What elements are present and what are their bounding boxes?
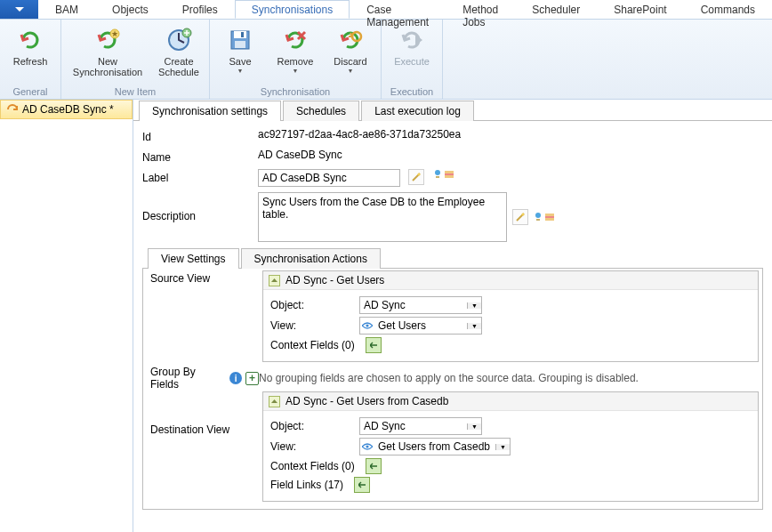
eye-icon — [360, 443, 374, 450]
tab-synchronisation-settings[interactable]: Synchronisation settings — [139, 101, 281, 121]
tab-last-execution-log[interactable]: Last execution log — [361, 101, 474, 121]
info-icon[interactable]: i — [229, 372, 242, 384]
ribbon-group-label: General — [4, 86, 57, 98]
bulb-icon — [534, 212, 543, 222]
group-by-label: Group By Fields — [150, 366, 226, 391]
id-label: Id — [142, 128, 258, 143]
source-view-block: AD Sync - Get Users Object: AD Sync ▼ Vi… — [262, 270, 759, 362]
description-label: Description — [142, 192, 258, 222]
tree-item-ad-casedb-sync[interactable]: AD CaseDB Sync * — [0, 100, 133, 119]
save-button[interactable]: Save▼ — [213, 21, 267, 86]
ribbon-group-synchronisation: Save▼Remove▼Discard▼Synchronisation — [210, 20, 382, 99]
clock-icon — [165, 26, 193, 54]
menu-tab-profiles[interactable]: Profiles — [165, 0, 235, 19]
wand-icon — [412, 173, 421, 181]
name-label: Name — [142, 149, 258, 164]
menu-tab-scheduler[interactable]: Scheduler — [515, 0, 597, 19]
label-translate-button[interactable] — [433, 169, 454, 180]
svg-rect-13 — [536, 219, 540, 221]
view-settings-panel: Source View AD Sync - Get Users Object: — [142, 269, 763, 510]
ribbon: RefreshGeneral★NewSynchronisationCreateS… — [0, 20, 772, 100]
details-tabstrip: Synchronisation settingsSchedulesLast ex… — [133, 100, 772, 121]
id-value: ac927197-d2aa-4ac8-ae86-371da73250ea — [258, 128, 461, 141]
description-translate-button[interactable] — [534, 212, 554, 222]
new-synchronisation-button[interactable]: ★NewSynchronisation — [65, 21, 150, 86]
tree-panel: AD CaseDB Sync * — [0, 100, 133, 532]
chevron-down-icon: ▼ — [467, 302, 481, 309]
expand-icon — [358, 481, 366, 488]
execute-icon — [398, 26, 426, 54]
ribbon-group-label: Execution — [385, 86, 438, 98]
remove-button[interactable]: Remove▼ — [269, 21, 322, 86]
workspace: AD CaseDB Sync * Synchronisation setting… — [0, 100, 772, 532]
field-links-button[interactable] — [354, 477, 370, 493]
menu-tab-commands[interactable]: Commands — [684, 0, 772, 19]
ribbon-group-execution: ExecuteExecution — [382, 20, 443, 99]
field-links-label: Field Links (17) — [270, 479, 343, 491]
destination-object-combo[interactable]: AD Sync ▼ — [359, 417, 482, 435]
context-fields-button[interactable] — [366, 458, 382, 474]
refresh-icon — [16, 26, 44, 54]
svg-point-12 — [522, 214, 525, 216]
flag-icon — [445, 171, 454, 178]
source-view-combo[interactable]: Get Users ▼ — [359, 317, 482, 335]
object-label: Object: — [270, 299, 359, 311]
wand-icon — [516, 213, 525, 222]
svg-rect-15 — [545, 216, 554, 218]
app-menu-button[interactable] — [0, 0, 38, 19]
save-icon — [226, 26, 254, 54]
group-by-text: No grouping fields are chosen to apply o… — [259, 372, 639, 384]
create-schedule-button[interactable]: CreateSchedule — [152, 21, 205, 86]
menu-tab-objects[interactable]: Objects — [95, 0, 165, 19]
context-fields-button[interactable] — [366, 337, 382, 353]
chevron-up-icon — [271, 399, 277, 403]
ribbon-group-new-item: ★NewSynchronisationCreateScheduleNew Ite… — [61, 20, 210, 99]
add-group-field-button[interactable]: + — [245, 372, 259, 385]
description-input[interactable] — [258, 192, 507, 242]
menu-tab-bam[interactable]: BAM — [38, 0, 95, 19]
discard-icon — [336, 26, 365, 54]
chevron-down-icon: ▼ — [467, 323, 481, 329]
view-label: View: — [270, 319, 359, 332]
destination-view-label: Destination View — [147, 393, 259, 436]
menu-tab-synchronisations[interactable]: Synchronisations — [235, 0, 350, 19]
label-input[interactable] — [258, 169, 400, 187]
svg-rect-11 — [445, 173, 454, 175]
svg-point-17 — [366, 445, 368, 447]
collapse-toggle[interactable] — [269, 275, 280, 286]
ribbon-group-label: Synchronisation — [213, 86, 377, 98]
view-settings-tabstrip: View SettingsSynchronisation Actions — [142, 247, 763, 269]
execute-button: Execute — [385, 21, 438, 86]
discard-button[interactable]: Discard▼ — [324, 21, 377, 86]
subtab-synchronisation-actions[interactable]: Synchronisation Actions — [241, 248, 381, 269]
flag-icon — [545, 214, 554, 221]
context-fields-label: Context Fields (0) — [270, 339, 355, 351]
label-edit-button[interactable] — [408, 169, 424, 185]
destination-view-combo[interactable]: Get Users from Casedb ▼ — [359, 438, 511, 455]
view-label: View: — [270, 440, 359, 453]
svg-point-16 — [366, 324, 368, 326]
source-view-label: Source View — [147, 272, 259, 285]
collapse-toggle[interactable] — [269, 396, 280, 407]
description-edit-button[interactable] — [512, 209, 528, 225]
menu-tab-method-jobs[interactable]: Method Jobs — [446, 0, 515, 19]
content-area: Synchronisation settingsSchedulesLast ex… — [133, 100, 772, 532]
chevron-down-icon: ▼ — [467, 423, 481, 430]
source-object-combo[interactable]: AD Sync ▼ — [359, 296, 482, 314]
new-sync-icon: ★ — [93, 26, 122, 54]
menu-tab-sharepoint[interactable]: SharePoint — [597, 0, 683, 19]
context-fields-label: Context Fields (0) — [270, 460, 355, 472]
remove-icon — [281, 26, 310, 54]
refresh-button[interactable]: Refresh — [4, 21, 57, 86]
subtab-view-settings[interactable]: View Settings — [148, 248, 239, 269]
ribbon-group-label: New Item — [65, 86, 205, 98]
chevron-down-icon — [15, 7, 24, 12]
menu-tab-case-management[interactable]: Case Management — [350, 0, 446, 19]
svg-rect-7 — [241, 32, 244, 37]
label-label: Label — [142, 169, 258, 184]
tab-schedules[interactable]: Schedules — [283, 101, 359, 121]
expand-icon — [370, 342, 377, 349]
chevron-down-icon: ▼ — [495, 444, 510, 450]
svg-rect-5 — [234, 31, 246, 38]
expand-icon — [370, 463, 377, 470]
